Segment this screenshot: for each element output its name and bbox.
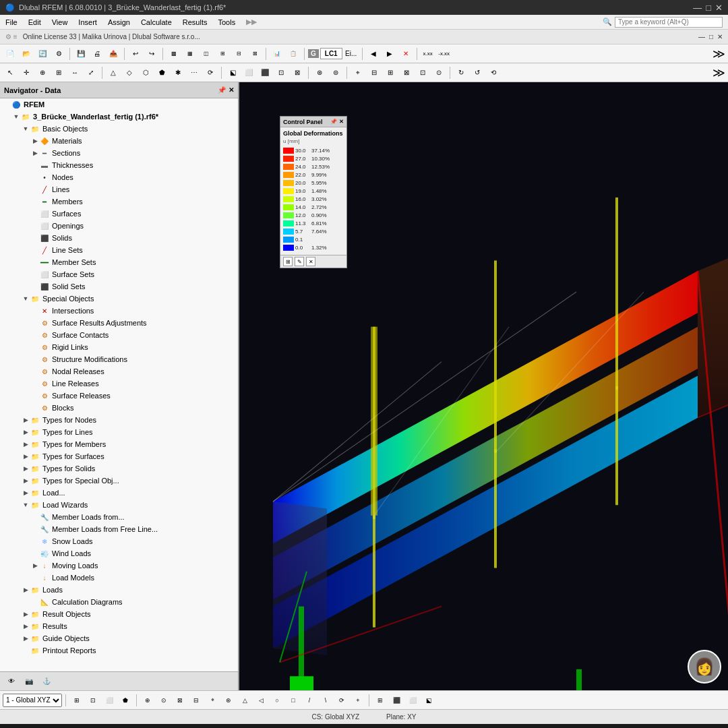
tb2-t6[interactable]: ⋯ [187, 65, 202, 80]
bt-snap11[interactable]: / [302, 693, 317, 708]
bt-btn3[interactable]: ⬜ [102, 693, 117, 708]
tree-item-membloadsfreef[interactable]: 🔧Member Loads from... [0, 511, 238, 523]
bt-btn4[interactable]: ⬟ [118, 693, 133, 708]
tree-arrow-load_wizards[interactable]: ▼ [22, 501, 30, 509]
tree-arrow-basic[interactable]: ▼ [22, 125, 30, 133]
bt-snap10[interactable]: □ [286, 693, 301, 708]
tb-expand[interactable]: ≫ [712, 47, 725, 61]
tb-b3[interactable]: ◫ [199, 47, 214, 61]
tree-arrow-typesspecial[interactable]: ▶ [22, 477, 30, 485]
tree-item-openings[interactable]: ⬜Openings [0, 220, 238, 232]
tb-save[interactable]: 💾 [73, 47, 88, 61]
bt-snap4[interactable]: ⊟ [189, 693, 204, 708]
maximize-button[interactable]: □ [706, 3, 711, 13]
menu-view[interactable]: View [47, 17, 73, 28]
tree-item-loads_group[interactable]: ▶📁Load... [0, 487, 238, 499]
tree-item-membloadsfree[interactable]: 🔧Member Loads from Free Line... [0, 523, 238, 535]
tree-item-materials[interactable]: ▶🔶Materials [0, 135, 238, 147]
tree-arrow-typessurfaces[interactable]: ▶ [22, 452, 30, 460]
tree-item-intersections[interactable]: ✕Intersections [0, 305, 238, 317]
license-close-btn[interactable]: ✕ [717, 33, 723, 40]
tb-play-prev[interactable]: ◀ [366, 47, 381, 61]
tree-item-resultobj[interactable]: ▶📁Result Objects [0, 608, 238, 620]
menu-assign[interactable]: Assign [102, 17, 135, 28]
tb2-r2[interactable]: ↺ [470, 65, 485, 80]
tb-redo[interactable]: ↪ [144, 47, 159, 61]
tree-item-surfrel[interactable]: ⚙Surface Releases [0, 390, 238, 402]
tree-item-surfaces[interactable]: ⬜Surfaces [0, 208, 238, 220]
tb-print[interactable]: 🖨 [90, 47, 104, 61]
nav-close-icon[interactable]: ✕ [229, 86, 234, 94]
tree-item-nodes[interactable]: •Nodes [0, 171, 238, 183]
bt-snap3[interactable]: ⊠ [173, 693, 187, 708]
tree-item-guideobj[interactable]: ▶📁Guide Objects [0, 632, 238, 644]
tb2-v1[interactable]: ⊛ [312, 65, 327, 80]
bt-snap14[interactable]: + [351, 693, 365, 708]
tb2-arrow[interactable]: ↖ [3, 65, 18, 80]
tb2-w4[interactable]: ⊠ [399, 65, 414, 80]
tree-item-surfcontacts[interactable]: ⚙Surface Contacts [0, 329, 238, 341]
lc-label[interactable]: LC1 [320, 48, 342, 59]
tree-arrow-resultobj[interactable]: ▶ [22, 610, 30, 618]
tree-item-lines[interactable]: ╱Lines [0, 183, 238, 195]
tree-item-blocks[interactable]: ⚙Blocks [0, 402, 238, 414]
tree-item-movingloads[interactable]: ▶↓Moving Loads [0, 559, 238, 572]
bt-view-shaded[interactable]: ⬕ [421, 693, 436, 708]
tree-item-calcdiagrams[interactable]: 📐Calculation Diagrams [0, 596, 238, 608]
bt-snap1[interactable]: ⊕ [140, 693, 155, 708]
tree-arrow-loads[interactable]: ▶ [22, 586, 30, 594]
bt-btn1[interactable]: ⊞ [69, 693, 84, 708]
bt-snap8[interactable]: ◁ [253, 693, 268, 708]
tb2-view4[interactable]: ⊡ [274, 65, 289, 80]
menu-calculate[interactable]: Calculate [135, 17, 177, 28]
tree-arrow-specialobj[interactable]: ▼ [22, 295, 30, 303]
nav-eye-btn[interactable]: 👁 [4, 674, 19, 689]
tree-item-linesets[interactable]: ╱Line Sets [0, 244, 238, 256]
tb2-r1[interactable]: ↻ [454, 65, 468, 80]
tree-item-solidsets[interactable]: ⬛Solid Sets [0, 280, 238, 293]
tree-item-thicknesses[interactable]: ▬Thicknesses [0, 159, 238, 171]
tree-item-typessolids[interactable]: ▶📁Types for Solids [0, 462, 238, 475]
search-input[interactable] [615, 17, 723, 28]
cp-icon-1[interactable]: ⊞ [283, 257, 293, 266]
close-button[interactable]: ✕ [715, 3, 723, 13]
bt-snap9[interactable]: ○ [270, 693, 284, 708]
bt-grid[interactable]: ⊞ [373, 693, 388, 708]
tree-item-nodalrel[interactable]: ⚙Nodal Releases [0, 365, 238, 377]
bt-btn2[interactable]: ⊡ [86, 693, 100, 708]
cp-icon-3[interactable]: ✕ [306, 257, 315, 266]
tb2-view3[interactable]: ⬛ [257, 65, 272, 80]
tb-export[interactable]: 📤 [106, 47, 121, 61]
tree-item-snowloads[interactable]: ❄Snow Loads [0, 535, 238, 547]
user-avatar[interactable]: 👩 [688, 650, 721, 684]
menu-insert[interactable]: Insert [73, 17, 102, 28]
tree-item-typessurfaces[interactable]: ▶📁Types for Surfaces [0, 450, 238, 462]
tb2-w6[interactable]: ⊙ [431, 65, 446, 80]
tb-new[interactable]: 📄 [3, 47, 18, 61]
tb2-w2[interactable]: ⊟ [367, 65, 382, 80]
bt-snap13[interactable]: ⟳ [334, 693, 349, 708]
tree-item-membersets[interactable]: ━━Member Sets [0, 256, 238, 268]
menu-tools[interactable]: Tools [212, 17, 241, 28]
tb2-w5[interactable]: ⊡ [415, 65, 430, 80]
tree-item-windloads[interactable]: 💨Wind Loads [0, 547, 238, 559]
license-max-btn[interactable]: □ [709, 33, 713, 40]
tree-arrow-guideobj[interactable]: ▶ [22, 634, 30, 642]
tb-open[interactable]: 📂 [19, 47, 34, 61]
tree-arrow-project[interactable]: ▼ [12, 113, 20, 121]
tree-item-rfem[interactable]: 🔵RFEM [0, 98, 238, 111]
tree-item-typeslines[interactable]: ▶📁Types for Lines [0, 426, 238, 438]
cp-close-icon[interactable]: ✕ [339, 119, 344, 125]
nav-anchor-btn[interactable]: ⚓ [39, 674, 54, 689]
tb-refresh[interactable]: 🔄 [35, 47, 50, 61]
tb-x2[interactable]: -x.xx [437, 47, 452, 61]
tree-item-rigidlinks[interactable]: ⚙Rigid Links [0, 341, 238, 353]
tree-item-loads[interactable]: ▶📁Loads [0, 584, 238, 596]
tree-arrow-results[interactable]: ▶ [22, 622, 30, 630]
tb-x1[interactable]: x.xx [421, 47, 435, 61]
tb2-t7[interactable]: ⟳ [203, 65, 218, 80]
tree-item-structmod[interactable]: ⚙Structure Modifications [0, 353, 238, 365]
tree-item-surfacesets[interactable]: ⬜Surface Sets [0, 268, 238, 280]
tb-stop-red[interactable]: ✕ [398, 47, 413, 61]
tree-arrow-typessolids[interactable]: ▶ [22, 464, 30, 473]
